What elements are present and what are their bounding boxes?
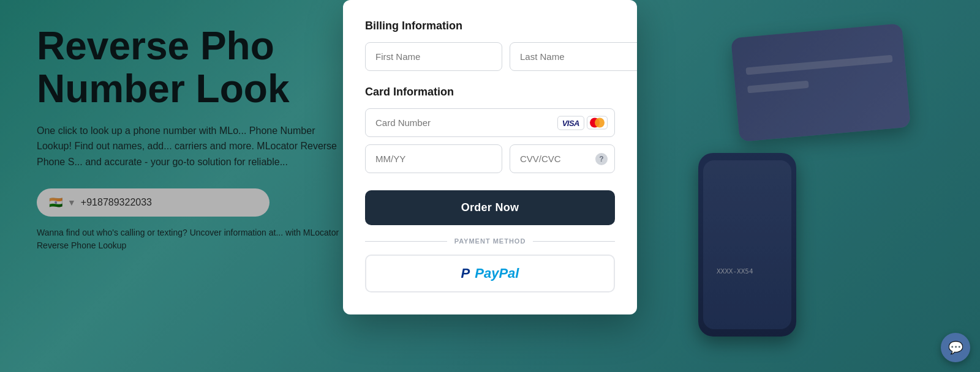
first-name-input[interactable] xyxy=(365,42,502,71)
card-info-section: Card Information VISA xyxy=(365,86,615,173)
paypal-p-letter: P xyxy=(461,266,470,281)
modal-overlay: Billing Information Card Information VIS… xyxy=(0,0,980,372)
expiry-input[interactable] xyxy=(365,144,502,173)
paypal-label: PayPal xyxy=(475,266,519,281)
divider-left xyxy=(365,241,447,242)
payment-method-label: PAYMENT METHOD xyxy=(454,237,526,245)
payment-method-divider: PAYMENT METHOD xyxy=(365,237,615,245)
chat-button[interactable]: 💬 xyxy=(941,333,970,362)
card-number-wrap: VISA xyxy=(365,108,615,137)
visa-icon: VISA xyxy=(562,118,579,127)
paypal-button[interactable]: P PayPal xyxy=(365,255,615,292)
mastercard-icon xyxy=(587,116,608,130)
checkout-modal: Billing Information Card Information VIS… xyxy=(343,0,637,314)
name-row xyxy=(365,42,615,71)
cvv-wrap: ? xyxy=(510,144,615,173)
billing-section-title: Billing Information xyxy=(365,20,615,32)
card-icons: VISA xyxy=(557,116,608,130)
last-name-input[interactable] xyxy=(510,42,637,71)
cvv-help-icon[interactable]: ? xyxy=(595,153,608,165)
card-section-title: Card Information xyxy=(365,86,615,99)
order-now-button[interactable]: Order Now xyxy=(365,190,615,225)
expiry-cvv-row: ? xyxy=(365,144,615,173)
divider-right xyxy=(533,241,615,242)
